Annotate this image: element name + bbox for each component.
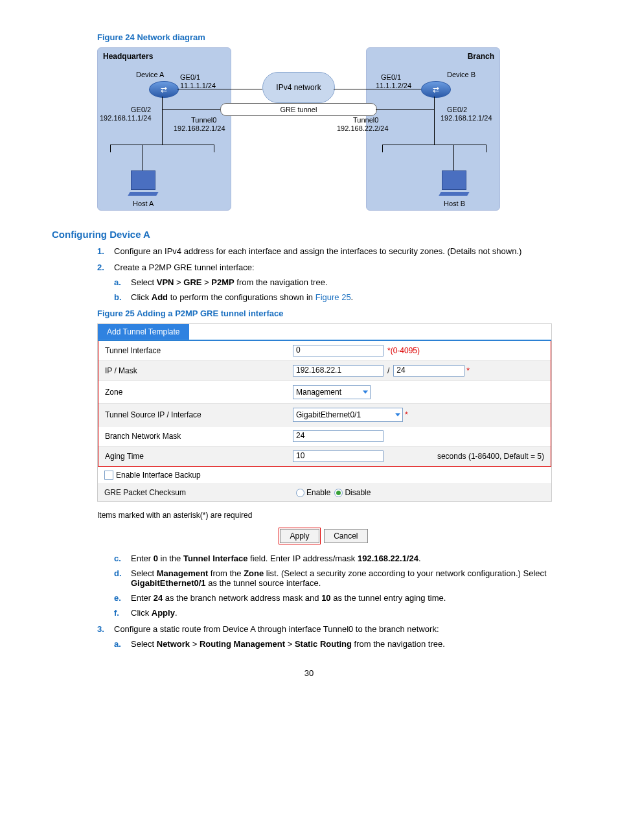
ip-mask-label: IP / Mask (105, 366, 293, 375)
page-number: 30 (52, 668, 566, 678)
aging-time-input[interactable]: 10 (293, 450, 383, 462)
tunnel-source-select[interactable]: GigabitEthernet0/1 (293, 408, 403, 422)
row-enable-backup: Enable Interface Backup (98, 467, 551, 484)
line (453, 145, 454, 170)
text: . (175, 608, 177, 618)
disable-radio[interactable] (334, 489, 343, 497)
tunnel-interface-input[interactable]: 0 (293, 345, 383, 356)
required-star: * (466, 366, 470, 375)
row-branch-mask: Branch Network Mask 24 (98, 426, 551, 447)
step-2c: c. Enter 0 in the Tunnel Interface field… (114, 554, 566, 563)
text: Enter (131, 593, 154, 603)
text: Click (131, 292, 152, 302)
apply-button[interactable]: Apply (280, 529, 319, 543)
tab-add-tunnel-template[interactable]: Add Tunnel Template (98, 324, 189, 340)
line (110, 145, 111, 152)
text: 192.168.22.1/24 (358, 554, 418, 563)
text: 10 (321, 593, 330, 603)
aging-time-label: Aging Time (105, 452, 293, 461)
line (110, 145, 214, 145)
substep-letter: a. (114, 277, 121, 287)
text: as the tunnel source interface. (206, 578, 321, 588)
row-zone: Zone Management (98, 381, 551, 404)
ip-input[interactable]: 192.168.22.1 (293, 365, 383, 377)
zone-select[interactable]: Management (293, 385, 371, 399)
ip-b-ge02: 192.168.12.1/24 (441, 114, 492, 122)
row-aging-time: Aging Time 10 seconds (1-86400, Default … (98, 447, 551, 466)
text: GRE (183, 277, 201, 287)
text: from the navigation tree. (352, 639, 445, 649)
required-fields-block: Tunnel Interface 0 *(0-4095) IP / Mask 1… (98, 341, 551, 467)
host-a-icon (131, 170, 155, 190)
required-note: Items marked with an asterisk(*) are req… (97, 508, 566, 525)
section-heading: Configuring Device A (52, 229, 566, 240)
branch-mask-label: Branch Network Mask (105, 432, 293, 441)
line (486, 145, 486, 152)
text: GigabitEthernet0/1 (131, 578, 206, 588)
ip-a-ge02: 192.168.11.1/24 (100, 114, 152, 122)
line (382, 145, 486, 145)
step-2-sublist-cont: c. Enter 0 in the Tunnel Interface field… (114, 554, 566, 618)
substep-letter: b. (114, 292, 122, 302)
line (376, 109, 434, 110)
step-2: 2. Create a P2MP GRE tunnel interface: a… (97, 262, 566, 302)
form-header: Add Tunnel Template (98, 324, 551, 340)
step-1: 1. Configure an IPv4 address for each in… (97, 246, 566, 256)
step-1-text: Configure an IPv4 address for each inter… (114, 246, 521, 256)
cancel-button[interactable]: Cancel (324, 529, 367, 543)
text: to perform the configurations shown in (168, 292, 315, 302)
enable-backup-label: Enable Interface Backup (116, 471, 201, 480)
gre-checksum-label: GRE Packet Checksum (104, 488, 292, 497)
router-a-icon (149, 81, 179, 98)
step-2d: d. Select Management from the Zone list.… (114, 568, 566, 588)
mask-separator: / (387, 366, 389, 375)
ge01-left: GE0/1 (180, 73, 200, 81)
text: from the (208, 568, 244, 578)
text: Zone (244, 568, 264, 578)
mask-input[interactable]: 24 (393, 365, 464, 377)
figure25-link[interactable]: Figure 25 (315, 292, 351, 302)
text: Enter (131, 554, 154, 563)
step-3: 3. Configure a static route from Device … (97, 624, 566, 649)
device-b-label: Device B (447, 71, 475, 78)
text: field. Enter IP address/mask (247, 554, 358, 563)
text: list. (Select a security zone according … (264, 568, 546, 578)
enable-radio[interactable] (296, 489, 304, 497)
text: Static Routing (295, 639, 352, 649)
tunnel-b-ip: 192.168.22.2/24 (337, 124, 389, 132)
text: Tunnel Interface (183, 554, 247, 563)
form-button-row: Apply Cancel (97, 525, 551, 544)
row-ip-mask: IP / Mask 192.168.22.1 / 24 * (98, 361, 551, 381)
line (382, 145, 383, 152)
step-3-sublist: a. Select Network > Routing Management >… (114, 639, 566, 649)
line (162, 97, 163, 145)
figure24-caption: Figure 24 Network diagram (97, 32, 566, 42)
step-2-cont: c. Enter 0 in the Tunnel Interface field… (97, 554, 566, 618)
text: . (351, 292, 354, 302)
tunnel0-left: Tunnel0 (191, 116, 216, 124)
row-gre-checksum: GRE Packet Checksum Enable Disable (98, 484, 551, 501)
text: VPN (157, 277, 174, 287)
disable-radio-label: Disable (345, 488, 371, 497)
line (177, 89, 262, 89)
main-steps-list-cont: c. Enter 0 in the Tunnel Interface field… (97, 554, 566, 649)
line (214, 145, 214, 152)
step-number: 2. (97, 262, 104, 272)
text: Management (157, 568, 208, 578)
text: Select (131, 568, 157, 578)
aging-time-hint: seconds (1-86400, Default = 5) (437, 452, 544, 461)
device-a-label: Device A (136, 71, 164, 78)
text: Routing Management (200, 639, 285, 649)
text: Network (157, 639, 190, 649)
text: 24 (154, 593, 163, 603)
step-2b: b. Click Add to perform the configuratio… (114, 292, 566, 302)
text: > (174, 277, 183, 287)
text: Apply (152, 608, 175, 618)
step-2-text: Create a P2MP GRE tunnel interface: (114, 262, 255, 272)
tunnel-source-label: Tunnel Source IP / Interface (105, 410, 293, 419)
text: P2MP (211, 277, 234, 287)
host-b-icon (442, 170, 466, 190)
text: from the navigation tree. (235, 277, 328, 287)
enable-backup-checkbox[interactable] (104, 471, 113, 480)
branch-mask-input[interactable]: 24 (293, 430, 383, 442)
